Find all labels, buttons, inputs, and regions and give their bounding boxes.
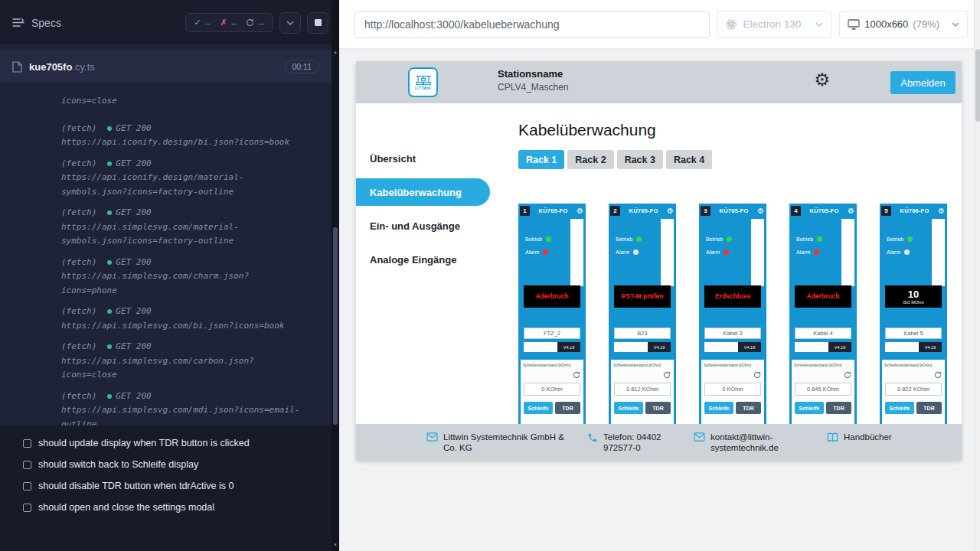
viewport-selector[interactable]: 1000x660 (79%) [839, 11, 968, 38]
card-settings-gear-icon[interactable]: ⚙ [667, 207, 674, 215]
browser-name: Electron 130 [743, 18, 801, 30]
app-header: LITTWIN Stationsname CPLV4_Maschen ⚙ Abm… [356, 61, 962, 103]
test-item[interactable]: should disable TDR button when tdrActive… [0, 475, 332, 497]
spec-file-ext: .cy.ts [72, 61, 94, 73]
url-input[interactable] [354, 11, 710, 38]
device-label-strip [841, 219, 854, 286]
measurement-panel: Schleifenwiderstand [kOhm] 0 KOhm Schlei… [521, 360, 583, 424]
page-scroll-thumb[interactable] [975, 49, 980, 122]
measurement-label: Schleifenwiderstand [kOhm] [882, 360, 945, 367]
schleife-button[interactable]: Schleife [524, 402, 553, 414]
aut-stage: LITTWIN Stationsname CPLV4_Maschen ⚙ Abm… [339, 49, 974, 551]
failed-x-icon: ✗ [220, 18, 227, 28]
page-scrollbar[interactable] [974, 0, 980, 551]
device-cards: 1 KÜ705-FO ⚙ Betrieb Alarm Aderbruch FTZ… [518, 204, 962, 424]
refresh-icon[interactable] [573, 371, 580, 379]
device-label-strip [661, 219, 674, 286]
nav-item-ein-und-ausgaenge[interactable]: Ein- und Ausgänge [356, 209, 490, 243]
slot-number: 3 [701, 206, 710, 216]
refresh-icon[interactable] [934, 371, 942, 379]
log-entry[interactable]: (fetch)GET 200 https://api.simplesvg.com… [61, 206, 316, 249]
footer-email[interactable]: kontakt@littwin-systemtechnik.de [694, 432, 787, 453]
log-entry[interactable]: (fetch)GET 200 https://api.iconify.desig… [61, 122, 316, 150]
browser-bar: Electron 130 1000x660 (79%) [339, 0, 974, 49]
log-entry[interactable]: (fetch)GET 200 https://api.iconify.desig… [61, 157, 316, 200]
measurement-panel: Schleifenwiderstand [kOhm] 0.812 KOhm Sc… [611, 360, 674, 424]
log-entry[interactable]: (fetch)GET 200 https://api.simplesvg.com… [61, 305, 316, 333]
refresh-icon[interactable] [844, 371, 851, 379]
card-settings-gear-icon[interactable]: ⚙ [848, 207, 854, 215]
spec-file-row[interactable]: kue705fo .cy.ts 00:11 [0, 50, 332, 83]
tdr-button[interactable]: TDR [916, 402, 942, 414]
log-entry[interactable]: (fetch)GET 200 https://api.simplesvg.com… [61, 390, 316, 426]
screen: Specs ✓-- ✗-- -- [0, 0, 980, 551]
tdr-button[interactable]: TDR [736, 402, 761, 414]
device-label-strip [570, 219, 583, 286]
nav-item-kabelueberwachung[interactable]: Kabelüberwachung [356, 178, 490, 206]
footer-phone[interactable]: Telefon: 04402 972577-0 [587, 432, 694, 453]
card-header: 3 KÜ705-FO ⚙ [699, 204, 766, 217]
specs-menu-button[interactable]: Specs [12, 17, 61, 29]
success-dot-icon [107, 126, 112, 131]
schleife-button[interactable]: Schleife [704, 402, 733, 414]
tab-rack-2[interactable]: Rack 2 [567, 150, 613, 169]
tdr-button[interactable]: TDR [826, 402, 851, 414]
success-dot-icon [107, 260, 112, 265]
runner-scroll-thumb[interactable] [333, 227, 338, 425]
tab-rack-4[interactable]: Rack 4 [666, 150, 712, 169]
device-card-1: 1 KÜ705-FO ⚙ Betrieb Alarm Aderbruch FTZ… [518, 204, 586, 424]
tab-rack-1[interactable]: Rack 1 [518, 150, 564, 169]
collapse-runner-button[interactable] [279, 12, 301, 34]
settings-gear-icon[interactable]: ⚙ [814, 71, 830, 89]
success-dot-icon [107, 210, 112, 215]
browser-selector[interactable]: Electron 130 [717, 11, 831, 38]
stop-icon [315, 19, 322, 26]
refresh-icon[interactable] [753, 371, 761, 379]
nav-item-uebersicht[interactable]: Übersicht [356, 142, 490, 175]
slot-number: 1 [520, 206, 530, 216]
runner-scrollbar[interactable]: ▲ ▼ [332, 0, 339, 551]
betrieb-row: Betrieb [616, 236, 642, 242]
nav-item-analoge-eingaenge[interactable]: Analoge Eingänge [356, 243, 490, 276]
test-item[interactable]: should update display when TDR button is… [0, 432, 332, 454]
schleife-button[interactable]: Schleife [614, 402, 643, 414]
test-item[interactable]: should switch back to Schleife display [0, 454, 332, 475]
stop-run-button[interactable] [307, 12, 328, 34]
measurement-panel: Schleifenwiderstand [kOhm] 0.645 KOhm Sc… [792, 360, 854, 424]
scroll-up-icon[interactable]: ▲ [332, 47, 339, 57]
iso-value: 10 [908, 289, 919, 299]
card-settings-gear-icon[interactable]: ⚙ [938, 207, 945, 215]
schleife-button[interactable]: Schleife [795, 402, 824, 414]
tab-rack-3[interactable]: Rack 3 [617, 150, 663, 169]
passed-check-icon: ✓ [194, 18, 201, 28]
measurement-value: 0 KOhm [524, 383, 580, 396]
refresh-icon[interactable] [663, 371, 671, 379]
logout-button[interactable]: Abmelden [890, 71, 956, 94]
card-settings-gear-icon[interactable]: ⚙ [577, 207, 583, 215]
tdr-button[interactable]: TDR [555, 402, 580, 414]
tdr-button[interactable]: TDR [645, 402, 671, 414]
main-content: Kabelüberwachung Rack 1 Rack 2 Rack 3 Ra… [490, 103, 962, 424]
company-name: Littwin Systemtechnik GmbH & Co. KG [443, 432, 573, 453]
slot-number: 2 [610, 206, 620, 216]
schleife-button[interactable]: Schleife [885, 402, 914, 414]
pending-refresh-icon [246, 18, 254, 27]
status-display: Aderbruch [795, 285, 851, 308]
log-fetch-tag: (fetch) [61, 340, 96, 354]
test-item[interactable]: should open and close the settings modal [0, 497, 332, 518]
status-text: Erdschluss [715, 293, 750, 300]
log-entry[interactable]: (fetch)GET 200 https://api.simplesvg.com… [61, 340, 316, 383]
footer-manuals[interactable]: Handbücher [827, 432, 892, 442]
cypress-runner-panel: Specs ✓-- ✗-- -- [0, 0, 339, 551]
measurement-label: Schleifenwiderstand [kOhm] [792, 360, 854, 367]
card-settings-gear-icon[interactable]: ⚙ [757, 207, 764, 215]
log-entry[interactable]: (fetch)GET 200 https://api.simplesvg.com… [61, 256, 316, 298]
mode-buttons: Schleife TDR [795, 402, 851, 414]
status-text: Aderbruch [807, 293, 840, 300]
log-entry[interactable]: icons=close [61, 94, 316, 109]
log-url: https://api.iconify.design/material-symb… [61, 171, 300, 199]
betrieb-led [546, 236, 551, 242]
cable-name-field: Kabel 3 [704, 328, 761, 339]
betrieb-row: Betrieb [796, 236, 822, 242]
scroll-down-icon[interactable]: ▼ [332, 540, 339, 549]
